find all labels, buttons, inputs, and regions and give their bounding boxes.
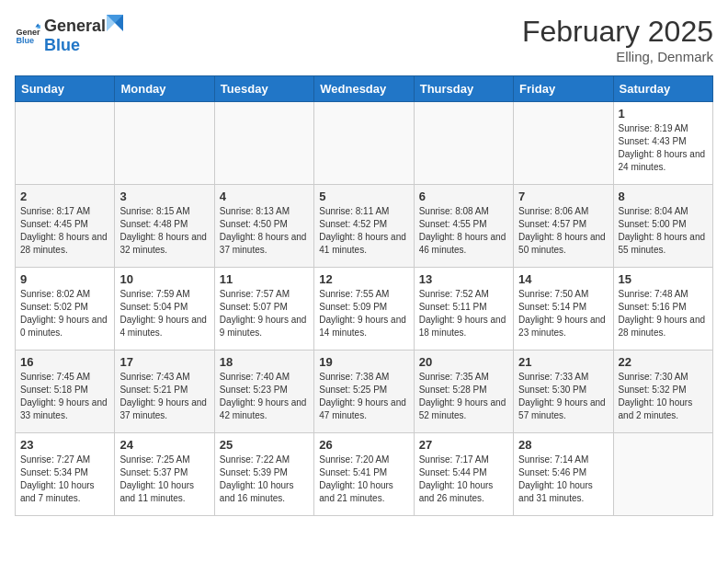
day-number: 10: [119, 272, 209, 286]
cell-info: Sunrise: 7:33 AMSunset: 5:30 PMDaylight:…: [518, 371, 608, 422]
calendar-cell: [514, 102, 613, 185]
day-number: 8: [619, 190, 708, 203]
day-number: 24: [119, 438, 209, 452]
calendar-cell: 11Sunrise: 7:57 AMSunset: 5:07 PMDayligh…: [214, 268, 313, 350]
cell-info: Sunrise: 7:27 AMSunset: 5:34 PMDaylight:…: [20, 454, 109, 505]
day-number: 1: [619, 107, 708, 121]
cell-info: Sunrise: 7:14 AMSunset: 5:46 PMDaylight:…: [518, 454, 608, 505]
cell-info: Sunrise: 7:45 AMSunset: 5:18 PMDaylight:…: [20, 371, 109, 422]
calendar-week-row: 2Sunrise: 8:17 AMSunset: 4:45 PMDaylight…: [16, 185, 713, 268]
day-number: 9: [20, 272, 109, 286]
day-number: 14: [518, 272, 608, 286]
cell-info: Sunrise: 8:02 AMSunset: 5:02 PMDaylight:…: [20, 288, 109, 339]
day-number: 13: [419, 272, 508, 286]
month-title: February 2025: [522, 15, 713, 49]
cell-info: Sunrise: 8:11 AMSunset: 4:52 PMDaylight:…: [319, 205, 408, 257]
calendar-cell: [314, 102, 414, 185]
day-number: 25: [220, 438, 309, 452]
calendar-cell: 17Sunrise: 7:43 AMSunset: 5:21 PMDayligh…: [115, 350, 214, 433]
cell-info: Sunrise: 8:15 AMSunset: 4:48 PMDaylight:…: [119, 205, 209, 257]
cell-info: Sunrise: 7:38 AMSunset: 5:25 PMDaylight:…: [319, 371, 408, 422]
cell-info: Sunrise: 7:17 AMSunset: 5:44 PMDaylight:…: [419, 454, 508, 505]
logo-icon: General Blue: [15, 22, 40, 48]
calendar-cell: 25Sunrise: 7:22 AMSunset: 5:39 PMDayligh…: [214, 433, 313, 516]
logo: General Blue General Blue: [15, 15, 124, 55]
day-number: 19: [319, 355, 408, 369]
logo-triangle-icon: [107, 15, 123, 31]
cell-info: Sunrise: 7:57 AMSunset: 5:07 PMDaylight:…: [220, 288, 309, 339]
logo-blue-text: Blue: [44, 36, 80, 54]
cell-info: Sunrise: 8:04 AMSunset: 5:00 PMDaylight:…: [619, 205, 708, 257]
day-number: 23: [20, 438, 109, 452]
weekday-header-sunday: Sunday: [16, 76, 115, 102]
cell-info: Sunrise: 7:50 AMSunset: 5:14 PMDaylight:…: [518, 288, 608, 339]
cell-info: Sunrise: 7:20 AMSunset: 5:41 PMDaylight:…: [319, 454, 408, 505]
calendar-week-row: 23Sunrise: 7:27 AMSunset: 5:34 PMDayligh…: [16, 433, 713, 516]
page-header: General Blue General Blue February 2025 …: [15, 15, 713, 64]
day-number: 17: [119, 355, 209, 369]
calendar-cell: 6Sunrise: 8:08 AMSunset: 4:55 PMDaylight…: [414, 185, 513, 268]
day-number: 2: [20, 190, 109, 203]
calendar-cell: [115, 102, 214, 185]
calendar-cell: 10Sunrise: 7:59 AMSunset: 5:04 PMDayligh…: [115, 268, 214, 350]
weekday-header-friday: Friday: [514, 76, 613, 102]
cell-info: Sunrise: 7:30 AMSunset: 5:32 PMDaylight:…: [619, 371, 708, 422]
cell-info: Sunrise: 8:13 AMSunset: 4:50 PMDaylight:…: [220, 205, 309, 257]
day-number: 16: [20, 355, 109, 369]
calendar-cell: 8Sunrise: 8:04 AMSunset: 5:00 PMDaylight…: [613, 185, 712, 268]
day-number: 5: [319, 190, 408, 203]
calendar-cell: 19Sunrise: 7:38 AMSunset: 5:25 PMDayligh…: [314, 350, 414, 433]
calendar-cell: 1Sunrise: 8:19 AMSunset: 4:43 PMDaylight…: [613, 102, 712, 185]
day-number: 22: [619, 355, 708, 369]
cell-info: Sunrise: 7:25 AMSunset: 5:37 PMDaylight:…: [119, 454, 209, 505]
day-number: 26: [319, 438, 408, 452]
calendar-cell: 14Sunrise: 7:50 AMSunset: 5:14 PMDayligh…: [514, 268, 613, 350]
cell-info: Sunrise: 7:35 AMSunset: 5:28 PMDaylight:…: [419, 371, 508, 422]
location-text: Elling, Denmark: [522, 49, 713, 64]
cell-info: Sunrise: 8:17 AMSunset: 4:45 PMDaylight:…: [20, 205, 109, 257]
calendar-week-row: 16Sunrise: 7:45 AMSunset: 5:18 PMDayligh…: [16, 350, 713, 433]
svg-text:Blue: Blue: [16, 36, 34, 45]
calendar-cell: 23Sunrise: 7:27 AMSunset: 5:34 PMDayligh…: [16, 433, 115, 516]
calendar-cell: 7Sunrise: 8:06 AMSunset: 4:57 PMDaylight…: [514, 185, 613, 268]
calendar-week-row: 1Sunrise: 8:19 AMSunset: 4:43 PMDaylight…: [16, 102, 713, 185]
calendar-cell: 13Sunrise: 7:52 AMSunset: 5:11 PMDayligh…: [414, 268, 513, 350]
calendar-cell: 3Sunrise: 8:15 AMSunset: 4:48 PMDaylight…: [115, 185, 214, 268]
calendar-cell: [414, 102, 513, 185]
calendar-header-row: SundayMondayTuesdayWednesdayThursdayFrid…: [16, 76, 713, 102]
calendar-cell: [16, 102, 115, 185]
weekday-header-tuesday: Tuesday: [214, 76, 313, 102]
cell-info: Sunrise: 7:48 AMSunset: 5:16 PMDaylight:…: [619, 288, 708, 339]
day-number: 12: [319, 272, 408, 286]
calendar-cell: 9Sunrise: 8:02 AMSunset: 5:02 PMDaylight…: [16, 268, 115, 350]
day-number: 7: [518, 190, 608, 203]
weekday-header-monday: Monday: [115, 76, 214, 102]
day-number: 18: [220, 355, 309, 369]
calendar-cell: 22Sunrise: 7:30 AMSunset: 5:32 PMDayligh…: [613, 350, 712, 433]
calendar-cell: 24Sunrise: 7:25 AMSunset: 5:37 PMDayligh…: [115, 433, 214, 516]
calendar-table: SundayMondayTuesdayWednesdayThursdayFrid…: [15, 75, 713, 516]
cell-info: Sunrise: 7:52 AMSunset: 5:11 PMDaylight:…: [419, 288, 508, 339]
weekday-header-thursday: Thursday: [414, 76, 513, 102]
calendar-cell: [214, 102, 313, 185]
calendar-week-row: 9Sunrise: 8:02 AMSunset: 5:02 PMDaylight…: [16, 268, 713, 350]
calendar-cell: 21Sunrise: 7:33 AMSunset: 5:30 PMDayligh…: [514, 350, 613, 433]
day-number: 28: [518, 438, 608, 452]
calendar-cell: 20Sunrise: 7:35 AMSunset: 5:28 PMDayligh…: [414, 350, 513, 433]
weekday-header-saturday: Saturday: [613, 76, 712, 102]
day-number: 27: [419, 438, 508, 452]
calendar-cell: 5Sunrise: 8:11 AMSunset: 4:52 PMDaylight…: [314, 185, 414, 268]
day-number: 6: [419, 190, 508, 203]
title-block: February 2025 Elling, Denmark: [522, 15, 713, 64]
calendar-cell: 4Sunrise: 8:13 AMSunset: 4:50 PMDaylight…: [214, 185, 313, 268]
calendar-cell: [613, 433, 712, 516]
calendar-cell: 18Sunrise: 7:40 AMSunset: 5:23 PMDayligh…: [214, 350, 313, 433]
day-number: 15: [619, 272, 708, 286]
calendar-cell: 15Sunrise: 7:48 AMSunset: 5:16 PMDayligh…: [613, 268, 712, 350]
day-number: 11: [220, 272, 309, 286]
cell-info: Sunrise: 7:55 AMSunset: 5:09 PMDaylight:…: [319, 288, 408, 339]
cell-info: Sunrise: 7:40 AMSunset: 5:23 PMDaylight:…: [220, 371, 309, 422]
weekday-header-wednesday: Wednesday: [314, 76, 414, 102]
cell-info: Sunrise: 7:22 AMSunset: 5:39 PMDaylight:…: [220, 454, 309, 505]
day-number: 4: [220, 190, 309, 203]
